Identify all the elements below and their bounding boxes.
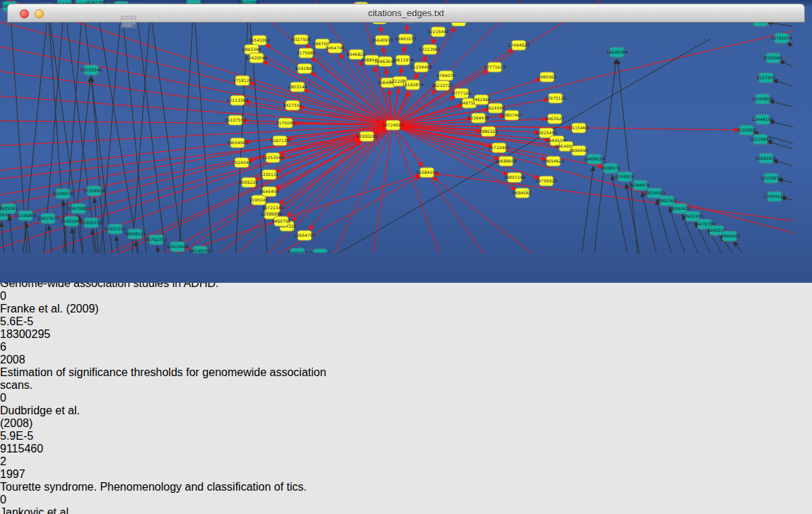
graph-node-label: 12505135 bbox=[81, 220, 102, 225]
table-cell-out_degree[interactable]: 0 bbox=[0, 493, 47, 506]
graph-node-label: 16107552 bbox=[225, 117, 247, 122]
graph-node-label: 3624554 bbox=[486, 105, 505, 110]
graph-node-label: 9329966 bbox=[764, 55, 783, 60]
table-cell-pagerank[interactable]: 5.6E-5 bbox=[0, 315, 61, 328]
graph-node-label: 15751074 bbox=[771, 35, 793, 40]
graph-edge bbox=[393, 125, 540, 179]
graph-node-label: 11451944 bbox=[61, 218, 83, 223]
graph-node-label: 2803144 bbox=[288, 84, 307, 89]
graph-edge bbox=[151, 18, 185, 253]
graph-node-label: 9195045 bbox=[249, 197, 269, 202]
graph-node-label: 17957253 bbox=[105, 226, 126, 231]
graph-node-label: 16543362 bbox=[249, 37, 271, 42]
graph-node-label: 12494923 bbox=[508, 42, 530, 47]
graph-node-label: 16961073 bbox=[395, 36, 417, 41]
table-cell-title[interactable]: Estimation of significance thresholds fo… bbox=[0, 366, 356, 392]
graph-node-label: 6793919 bbox=[616, 174, 635, 179]
graph-node-label: 11254408 bbox=[411, 64, 433, 69]
graph-node-label: 9893398 bbox=[242, 47, 261, 52]
table-row[interactable]: 1830029562008Estimation of significance … bbox=[0, 328, 812, 443]
graph-edge bbox=[734, 242, 758, 253]
graph-edge bbox=[1, 222, 6, 253]
graph-node-label: 12093832 bbox=[752, 96, 774, 101]
graph-node-label: 10722340 bbox=[262, 205, 284, 210]
table-row[interactable]: 911546021997Tourette syndrome. Phenomeno… bbox=[0, 443, 812, 514]
minimize-window-button[interactable] bbox=[35, 9, 44, 18]
table-cell-out_degree[interactable]: 0 bbox=[0, 392, 47, 404]
table-cell-pagerank[interactable]: 5.9E-5 bbox=[0, 430, 61, 443]
zoom-window-button[interactable] bbox=[49, 9, 59, 18]
graph-node-label: 12444159 bbox=[752, 117, 774, 122]
graph-node-label: 18300295 bbox=[356, 134, 378, 139]
graph-node-label: 17404119 bbox=[764, 194, 786, 199]
graph-node-label: 8056229 bbox=[240, 180, 259, 185]
table-cell-short[interactable]: Dudbridge et al. (2008) bbox=[0, 404, 100, 430]
graph-node-label: 10025458 bbox=[536, 130, 558, 135]
graph-node-label: 13427577 bbox=[37, 216, 59, 221]
graph-node-label: 3175685 bbox=[297, 50, 316, 55]
graph-node-label: 9794074 bbox=[437, 73, 456, 78]
graph-node-label: 9460747 bbox=[288, 250, 307, 253]
graph-node-label: 13654982 bbox=[227, 140, 249, 145]
graph-node-label: 9294979 bbox=[631, 182, 650, 187]
graph-node-label: 19611974 bbox=[392, 57, 414, 62]
table-cell-name[interactable]: 9115460 bbox=[0, 443, 59, 455]
graph-node-label: 3170045 bbox=[276, 120, 295, 125]
table-cell-name[interactable]: 18300295 bbox=[0, 328, 59, 341]
graph-node-label: 9684067 bbox=[513, 190, 532, 195]
table-cell-year[interactable]: 1997 bbox=[0, 468, 41, 481]
graph-node-label: 8267130 bbox=[271, 138, 290, 143]
graph-node-label: 9777169 bbox=[452, 90, 471, 95]
graph-node-label: 20206576 bbox=[52, 191, 74, 196]
graph-edge bbox=[9, 216, 16, 253]
table-cell-in_degree[interactable]: 2 bbox=[0, 455, 60, 468]
graph-node-label: 10664797 bbox=[294, 233, 316, 238]
graph-edge bbox=[579, 166, 594, 253]
graph-edge bbox=[249, 83, 393, 125]
table-cell-short[interactable]: Franke et al. (2009) bbox=[0, 303, 100, 315]
graph-edge bbox=[618, 59, 640, 253]
graph-node-label: 10688609 bbox=[495, 158, 517, 163]
table-cell-out_degree[interactable]: 0 bbox=[0, 290, 47, 303]
graph-node-label: 19756928 bbox=[536, 178, 558, 183]
graph-node-label: 16958107 bbox=[124, 231, 146, 236]
graph-node-label: 12923448 bbox=[167, 244, 189, 249]
graph-node-label: 17359928 bbox=[83, 188, 105, 193]
graph-node-label: 16210643 bbox=[750, 136, 772, 141]
graph-edge bbox=[770, 121, 793, 130]
table-cell-in_degree[interactable]: 6 bbox=[0, 341, 60, 354]
table-cell-year[interactable]: 2008 bbox=[0, 354, 41, 366]
graph-node-label: 9227343 bbox=[757, 75, 776, 80]
graph-node-label: 10964505 bbox=[719, 233, 741, 238]
graph-node-label: 16648784 bbox=[606, 49, 628, 54]
graph-node-label: 19245012 bbox=[189, 248, 211, 253]
close-window-button[interactable] bbox=[20, 9, 29, 18]
graph-node-label: 8215953 bbox=[737, 127, 756, 132]
graph-node-label: 8649455 bbox=[260, 189, 279, 194]
table-cell-title[interactable]: Tourette syndrome. Phenomenology and cla… bbox=[0, 481, 356, 493]
graph-edge bbox=[779, 61, 793, 72]
graph-edge bbox=[0, 92, 393, 125]
graph-node-label: 8938573 bbox=[601, 165, 620, 170]
network-canvas[interactable]: 2105572720691406196439591065325791877851… bbox=[0, 0, 812, 256]
graph-node-label: 19384554 bbox=[416, 170, 438, 175]
graph-node-label: 9463627 bbox=[546, 116, 565, 121]
table-cell-short[interactable]: Jankovic et al. (1997) bbox=[0, 506, 100, 514]
graph-edge bbox=[767, 23, 793, 28]
graph-node-label: 8427552 bbox=[283, 103, 302, 107]
graph-edge bbox=[178, 12, 193, 253]
graph-node-label: 15692931 bbox=[755, 156, 777, 160]
graph-edge bbox=[122, 13, 148, 253]
graph-node-label: 16409154 bbox=[584, 156, 606, 161]
graph-node-label: 16782753 bbox=[146, 237, 167, 242]
graph-edge bbox=[393, 125, 452, 253]
graph-node-label: 9115460 bbox=[570, 125, 589, 130]
graph-edge bbox=[393, 125, 559, 146]
graph-node-label: 9242843 bbox=[295, 66, 314, 71]
network-graph[interactable]: 2105572720691406196439591065325791877851… bbox=[0, 0, 793, 253]
graph-edge bbox=[116, 236, 121, 253]
graph-node-label: 10014583 bbox=[644, 190, 666, 195]
graph-node-label: 1330132 bbox=[260, 172, 279, 177]
graph-node-label: 16640910 bbox=[372, 37, 394, 42]
graph-node-label: 22420046 bbox=[246, 55, 268, 60]
